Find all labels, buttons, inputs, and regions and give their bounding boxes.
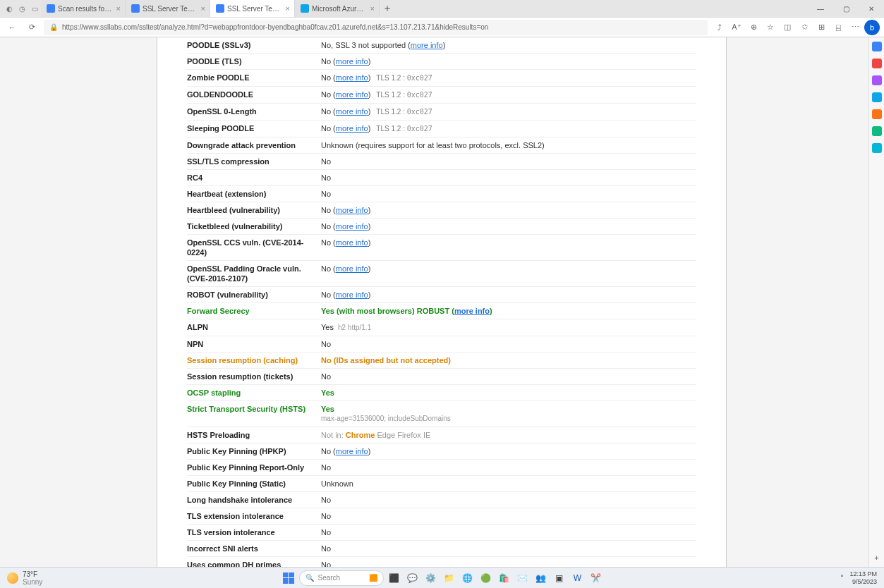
collections-icon[interactable]: ⊞ bbox=[813, 20, 829, 35]
new-tab-button[interactable]: ＋ bbox=[380, 2, 395, 15]
more-info-link[interactable]: more info bbox=[336, 222, 368, 231]
detail-value: No bbox=[321, 492, 696, 508]
detail-label: POODLE (SSLv3) bbox=[187, 37, 321, 54]
detail-value: No (more info) bbox=[321, 443, 696, 460]
upload-icon[interactable]: ⤴ bbox=[712, 20, 727, 35]
detail-label: Zombie POODLE bbox=[187, 70, 321, 87]
detail-row: Long handshake intoleranceNo bbox=[187, 492, 696, 508]
maximize-button[interactable]: ▢ bbox=[833, 0, 859, 17]
sidebar-app-icon[interactable] bbox=[872, 143, 882, 153]
more-info-link[interactable]: more info bbox=[454, 307, 490, 315]
detail-label: Uses common DH primes bbox=[187, 557, 321, 568]
sidebar-app-icon[interactable] bbox=[872, 75, 882, 85]
settings-icon[interactable]: ⚙️ bbox=[423, 570, 439, 586]
tray-chevron-icon[interactable]: ˄ bbox=[840, 574, 844, 582]
more-info-link[interactable]: more info bbox=[336, 290, 368, 299]
browser-tab[interactable]: Microsoft Azure App Service - W…× bbox=[295, 0, 380, 17]
detail-row: Strict Transport Security (HSTS)Yesmax-a… bbox=[187, 401, 696, 427]
close-window-button[interactable]: ✕ bbox=[859, 0, 884, 17]
clock-time: 12:13 PM bbox=[849, 570, 877, 578]
menu-icon[interactable]: ⋯ bbox=[847, 20, 863, 35]
tab-close-button[interactable]: × bbox=[370, 4, 375, 13]
detail-label: OCSP stapling bbox=[187, 385, 321, 401]
sidebar-app-icon[interactable] bbox=[872, 42, 882, 51]
collections-icon[interactable]: ▭ bbox=[28, 2, 41, 15]
browser-tab[interactable]: SSL Server Test: webappfrontdo…× bbox=[126, 0, 210, 17]
detail-label: GOLDENDOODLE bbox=[187, 87, 321, 104]
profile-icon[interactable]: ◐ bbox=[3, 2, 16, 15]
minimize-button[interactable]: — bbox=[808, 0, 833, 17]
weather-icon bbox=[7, 572, 18, 584]
tab-close-button[interactable]: × bbox=[286, 4, 290, 13]
tab-close-button[interactable]: × bbox=[116, 4, 121, 13]
back-button[interactable]: ← bbox=[4, 20, 20, 35]
more-info-link[interactable]: more info bbox=[336, 90, 368, 99]
detail-row: TLS version intoleranceNo bbox=[187, 525, 696, 541]
detail-row: OCSP staplingYes bbox=[187, 385, 696, 401]
more-info-link[interactable]: more info bbox=[336, 124, 368, 133]
clock[interactable]: 12:13 PM 9/5/2023 bbox=[849, 570, 877, 586]
chat-icon[interactable]: 💬 bbox=[405, 570, 420, 586]
sidebar-app-icon[interactable] bbox=[872, 59, 882, 68]
detail-row: Uses common DH primesNo bbox=[187, 557, 696, 568]
search-icon: 🔍 bbox=[305, 574, 314, 582]
search-badge-icon: 🟧 bbox=[369, 574, 377, 582]
extensions-icon[interactable]: ⌸ bbox=[830, 20, 846, 35]
more-info-link[interactable]: more info bbox=[336, 447, 368, 455]
terminal-icon[interactable]: ▣ bbox=[552, 570, 567, 586]
more-info-link[interactable]: more info bbox=[336, 264, 368, 273]
detail-value: No, SSL 3 not supported (more info) bbox=[321, 37, 696, 54]
detail-value: No (more info)TLS 1.2 : 0xc027 bbox=[321, 104, 696, 121]
edge-icon[interactable]: 🌐 bbox=[460, 570, 476, 586]
browser-tab[interactable]: SSL Server Test: webappfrontdo…× bbox=[210, 0, 295, 17]
word-icon[interactable]: W bbox=[570, 570, 586, 586]
start-button[interactable] bbox=[281, 570, 296, 586]
search-placeholder: Search bbox=[318, 574, 341, 582]
chrome-icon[interactable]: 🟢 bbox=[478, 570, 494, 586]
zoom-icon[interactable]: ⊕ bbox=[746, 20, 761, 35]
sidebar-app-icon[interactable] bbox=[872, 109, 882, 119]
detail-row: Session resumption (tickets)No bbox=[187, 369, 696, 385]
detail-value: No (more info) bbox=[321, 287, 696, 303]
text-size-icon[interactable]: A⁺ bbox=[729, 20, 744, 35]
sidebar-app-icon[interactable] bbox=[872, 92, 882, 102]
browser-tab[interactable]: Scan results for https://webapp…× bbox=[41, 0, 126, 17]
snip-icon[interactable]: ✂️ bbox=[588, 570, 604, 586]
detail-label: Downgrade attack prevention bbox=[187, 137, 321, 154]
clock-date: 9/5/2023 bbox=[849, 578, 877, 586]
tab-close-button[interactable]: × bbox=[201, 4, 205, 13]
detail-value: No (more info)TLS 1.2 : 0xc027 bbox=[321, 70, 696, 87]
more-info-link[interactable]: more info bbox=[336, 73, 368, 82]
more-info-link[interactable]: more info bbox=[336, 206, 368, 214]
explorer-icon[interactable]: 📁 bbox=[442, 570, 457, 586]
split-screen-icon[interactable]: ◫ bbox=[780, 20, 795, 35]
detail-row: Forward SecrecyYes (with most browsers) … bbox=[187, 303, 696, 319]
taskbar-search[interactable]: 🔍 Search 🟧 bbox=[299, 570, 384, 586]
detail-label: ROBOT (vulnerability) bbox=[187, 287, 321, 303]
tab-title: Microsoft Azure App Service - W… bbox=[312, 5, 368, 13]
outlook-icon[interactable]: ✉️ bbox=[515, 570, 531, 586]
url-text: https://www.ssllabs.com/ssltest/analyze.… bbox=[62, 23, 488, 31]
more-info-link[interactable]: more info bbox=[411, 41, 443, 49]
detail-value: No (more info) bbox=[321, 261, 696, 287]
more-info-link[interactable]: more info bbox=[336, 57, 368, 66]
sidebar-add-icon[interactable]: + bbox=[874, 553, 878, 562]
refresh-button[interactable]: ⟳ bbox=[24, 20, 40, 35]
url-bar[interactable]: 🔒 https://www.ssllabs.com/ssltest/analyz… bbox=[44, 20, 708, 35]
task-view-icon[interactable]: ⬛ bbox=[387, 570, 402, 586]
favorite-icon[interactable]: ☆ bbox=[763, 20, 778, 35]
weather-widget[interactable]: 73°F Sunny bbox=[0, 570, 42, 586]
favorites-bar-icon[interactable]: ✩ bbox=[797, 20, 812, 35]
more-info-link[interactable]: more info bbox=[336, 107, 368, 116]
detail-label: OpenSSL 0-Length bbox=[187, 104, 321, 121]
sidebar-app-icon[interactable] bbox=[872, 126, 882, 136]
store-icon[interactable]: 🛍️ bbox=[497, 570, 512, 586]
more-info-link[interactable]: more info bbox=[336, 238, 368, 247]
tab-title: SSL Server Test: webappfrontdo… bbox=[143, 5, 198, 13]
detail-label: OpenSSL Padding Oracle vuln. (CVE-2016-2… bbox=[187, 261, 321, 287]
teams-icon[interactable]: 👥 bbox=[533, 570, 549, 586]
history-icon[interactable]: ◷ bbox=[16, 2, 28, 15]
favicon-icon bbox=[216, 4, 224, 13]
detail-value: No bbox=[321, 525, 696, 541]
bing-chat-icon[interactable]: b bbox=[864, 20, 880, 35]
